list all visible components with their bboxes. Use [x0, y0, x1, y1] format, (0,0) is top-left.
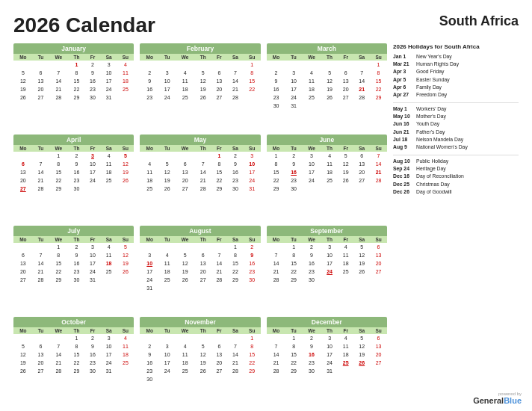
cal-day: 13	[195, 259, 211, 268]
cal-day: 29	[211, 185, 227, 193]
cal-day: 2	[285, 152, 301, 160]
cal-day	[370, 276, 387, 284]
cal-day: 16	[69, 259, 85, 268]
cal-day: 5	[117, 152, 134, 160]
cal-day: 7	[33, 160, 49, 168]
month-table-august: MoTuWeThFrSaSu12345678910111213141516171…	[140, 236, 260, 293]
cal-day	[302, 102, 321, 110]
cal-day	[195, 375, 211, 383]
cal-day	[195, 61, 211, 69]
cal-day: 19	[13, 85, 33, 93]
cal-day: 21	[227, 359, 244, 367]
day-header: Fr	[84, 327, 100, 334]
page: 2026 Calendar South Africa JanuaryMoTuWe…	[0, 0, 532, 411]
cal-day	[175, 243, 194, 251]
cal-day: 21	[267, 268, 286, 276]
cal-day	[267, 61, 286, 69]
day-header: Su	[370, 145, 387, 152]
cal-day	[211, 375, 227, 383]
cal-day: 7	[227, 342, 244, 350]
cal-day: 10	[321, 342, 338, 350]
cal-day: 25	[338, 359, 353, 367]
cal-day: 24	[302, 176, 321, 185]
cal-day	[195, 284, 211, 292]
cal-day: 24	[101, 359, 117, 367]
cal-day: 4	[175, 69, 194, 77]
cal-day: 29	[285, 367, 301, 375]
cal-day: 16	[267, 85, 286, 93]
cal-day: 12	[338, 160, 353, 168]
cal-day: 8	[244, 69, 261, 77]
cal-day: 9	[227, 160, 244, 168]
day-header: Tu	[285, 236, 301, 243]
cal-day: 3	[302, 152, 321, 160]
day-header: Th	[69, 236, 85, 243]
cal-day: 4	[321, 152, 338, 160]
cal-day: 13	[175, 168, 194, 176]
cal-day: 14	[33, 168, 49, 176]
cal-day: 26	[195, 93, 211, 102]
cal-day: 9	[244, 251, 261, 259]
cal-day: 3	[140, 251, 159, 259]
cal-day: 26	[13, 367, 33, 375]
cal-day: 29	[49, 276, 68, 284]
cal-day: 28	[33, 185, 49, 193]
cal-day: 11	[338, 251, 353, 259]
day-header: Sa	[101, 145, 117, 152]
holiday-name: Day of Reconciliation	[416, 173, 464, 179]
cal-day	[321, 102, 338, 110]
cal-day: 25	[101, 268, 117, 276]
cal-day: 12	[353, 342, 370, 350]
cal-day: 16	[302, 259, 321, 268]
cal-day	[370, 367, 387, 375]
month-table-september: MoTuWeThFrSaSu12345678910111213141516171…	[267, 236, 387, 284]
content: JanuaryMoTuWeThFrSaSu1234567891011121314…	[13, 43, 519, 404]
cal-day	[244, 284, 261, 292]
month-header-june: June	[267, 135, 387, 145]
day-header: Tu	[33, 145, 49, 152]
cal-day: 26	[338, 176, 353, 185]
day-header: We	[49, 54, 68, 61]
day-header: We	[302, 236, 321, 243]
cal-day: 12	[353, 251, 370, 259]
day-header: We	[302, 145, 321, 152]
day-header: Mo	[13, 54, 33, 61]
cal-day	[267, 334, 286, 342]
holiday-date: May 10	[393, 113, 414, 120]
cal-day	[227, 334, 244, 342]
cal-day: 17	[244, 168, 261, 176]
cal-day: 12	[13, 350, 33, 359]
cal-day: 14	[49, 77, 68, 85]
holiday-row: Mar 21Human Rights Day	[393, 61, 519, 67]
day-header: Fr	[84, 236, 100, 243]
cal-day: 15	[49, 168, 68, 176]
cal-day	[353, 61, 370, 69]
cal-day	[33, 243, 49, 251]
cal-day: 6	[175, 160, 194, 168]
day-header: We	[302, 54, 321, 61]
cal-day: 17	[159, 359, 175, 367]
holiday-date: Aug 10	[393, 158, 414, 164]
cal-day: 13	[13, 259, 33, 268]
holiday-name: Day of Goodwill	[416, 188, 452, 195]
cal-day: 9	[69, 251, 85, 259]
cal-day	[175, 375, 194, 383]
cal-day: 23	[69, 268, 85, 276]
cal-day: 3	[84, 243, 100, 251]
cal-day: 21	[49, 359, 68, 367]
cal-day: 18	[175, 85, 194, 93]
cal-day: 4	[117, 61, 134, 69]
holiday-row: Apr 27Freedom Day	[393, 91, 519, 98]
cal-day: 21	[227, 85, 244, 93]
cal-day: 29	[370, 93, 387, 102]
cal-day: 16	[227, 168, 244, 176]
calendar-grid: JanuaryMoTuWeThFrSaSu1234567891011121314…	[13, 43, 387, 404]
cal-day: 4	[338, 334, 353, 342]
cal-day: 29	[69, 367, 85, 375]
cal-day: 7	[33, 251, 49, 259]
cal-day: 20	[175, 176, 194, 185]
cal-day: 11	[117, 342, 134, 350]
cal-day: 2	[244, 243, 261, 251]
cal-day: 6	[211, 69, 227, 77]
cal-day	[117, 276, 134, 284]
